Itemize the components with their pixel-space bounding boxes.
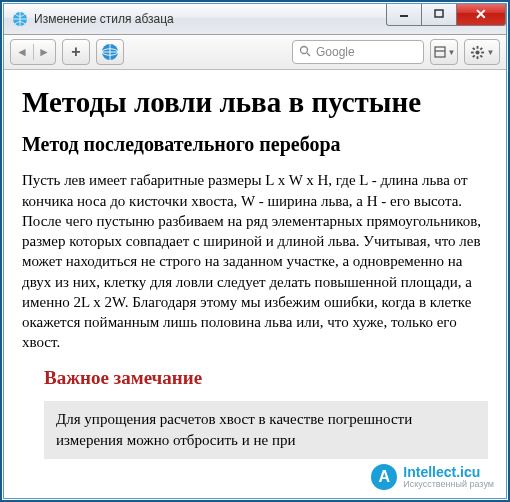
chevron-down-icon: ▼	[448, 48, 456, 57]
watermark-logo-icon: A	[371, 464, 397, 490]
svg-line-17	[480, 47, 482, 49]
page-h1: Методы ловли льва в пустыне	[22, 86, 488, 119]
search-icon	[299, 43, 311, 61]
minimize-button[interactable]	[386, 3, 422, 26]
svg-line-6	[307, 53, 310, 56]
note-block: Важное замечание Для упрощения расчетов …	[44, 367, 488, 459]
chevron-down-icon: ▼	[487, 48, 495, 57]
note-body: Для упрощения расчетов хвост в качестве …	[44, 401, 488, 459]
svg-rect-7	[435, 47, 445, 57]
browser-window: Изменение стиля абзаца ✕ ◄ ► + Google ▼	[3, 3, 507, 499]
svg-point-5	[301, 47, 308, 54]
back-button[interactable]: ◄	[11, 45, 33, 59]
page-content: Методы ловли льва в пустыне Метод послед…	[4, 70, 506, 498]
svg-line-15	[480, 55, 482, 57]
page-h2: Метод последовательного перебора	[22, 133, 488, 156]
body-paragraph: Пусть лев имеет габаритные размеры L x W…	[22, 170, 488, 352]
svg-line-16	[472, 55, 474, 57]
watermark: A Intellect.icu Искусственный разум	[371, 464, 494, 490]
titlebar[interactable]: Изменение стиля абзаца ✕	[4, 4, 506, 35]
bookmarks-button[interactable]: ▼	[430, 39, 458, 65]
toolbar: ◄ ► + Google ▼ ▼	[4, 35, 506, 70]
svg-point-9	[475, 50, 479, 54]
favicon-globe-icon	[12, 11, 28, 27]
svg-line-14	[472, 47, 474, 49]
note-title: Важное замечание	[44, 367, 488, 389]
search-box[interactable]: Google	[292, 40, 424, 64]
nav-group: ◄ ►	[10, 39, 56, 65]
settings-button[interactable]: ▼	[464, 39, 500, 65]
outer-border: Изменение стиля абзаца ✕ ◄ ► + Google ▼	[0, 0, 510, 502]
svg-rect-2	[435, 10, 443, 17]
forward-button[interactable]: ►	[33, 45, 55, 59]
window-controls: ✕	[386, 4, 506, 34]
home-button[interactable]	[96, 39, 124, 65]
watermark-brand: Intellect.icu	[403, 465, 494, 480]
svg-rect-1	[400, 15, 408, 17]
watermark-tagline: Искусственный разум	[403, 480, 494, 489]
search-placeholder: Google	[316, 45, 355, 59]
new-tab-button[interactable]: +	[62, 39, 90, 65]
close-button[interactable]: ✕	[457, 3, 506, 26]
maximize-button[interactable]	[422, 3, 457, 26]
window-title: Изменение стиля абзаца	[34, 12, 386, 26]
